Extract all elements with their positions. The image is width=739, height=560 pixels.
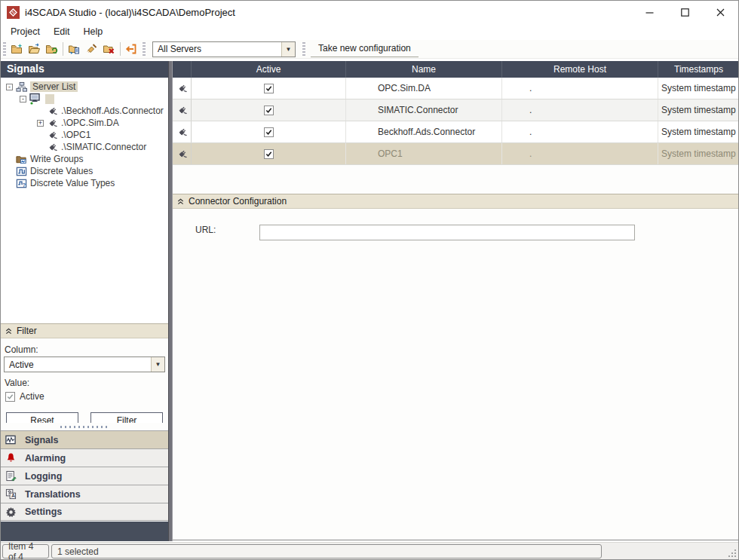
connector-plug-icon bbox=[173, 143, 192, 164]
close-button[interactable] bbox=[703, 1, 738, 23]
minimize-button[interactable] bbox=[632, 1, 667, 23]
cell-remote-host: . bbox=[502, 78, 658, 99]
tree-item-connector[interactable]: .\OPC1 bbox=[1, 129, 168, 141]
tree-item-label: Discrete Values bbox=[30, 166, 93, 176]
gear-icon bbox=[5, 506, 17, 518]
connector-plug-icon bbox=[173, 99, 192, 121]
tree-item-discrete-value-types[interactable]: ? Discrete Value Types bbox=[1, 177, 168, 189]
active-checkbox[interactable] bbox=[264, 127, 274, 137]
open-project-icon[interactable] bbox=[26, 41, 43, 57]
expand-icon[interactable]: + bbox=[37, 120, 44, 127]
connector-plug-icon bbox=[173, 121, 192, 142]
panel-filler bbox=[1, 522, 168, 541]
active-checkbox[interactable] bbox=[264, 106, 274, 115]
tree-item-label: .\OPC1 bbox=[61, 130, 90, 140]
column-label: Column: bbox=[5, 344, 165, 355]
save-project-icon[interactable] bbox=[43, 41, 60, 57]
tree-item-discrete-values[interactable]: Discrete Values bbox=[1, 165, 168, 177]
tree-item-label: .\Beckhoff.Ads.Connector bbox=[61, 106, 164, 116]
menu-project[interactable]: Project bbox=[4, 24, 47, 39]
column-filter-value: Active bbox=[5, 360, 151, 370]
connector-plug-icon bbox=[46, 117, 58, 129]
collapse-chevrons-icon bbox=[177, 198, 184, 205]
table-row[interactable]: SIMATIC.Connector . System timestamp bbox=[173, 99, 739, 121]
tree-item-connector[interactable]: .\SIMATIC.Connector bbox=[1, 141, 168, 153]
toolbar: All Servers ▼ Take new configuration bbox=[1, 40, 738, 59]
export-device-icon[interactable] bbox=[66, 41, 83, 57]
nav-item-settings[interactable]: Settings bbox=[1, 503, 168, 521]
tree-item-label: Server List bbox=[30, 81, 78, 92]
column-filter-combobox[interactable]: Active ▼ bbox=[4, 357, 165, 372]
panel-title: Signals bbox=[1, 61, 168, 78]
cell-name: SIMATIC.Connector bbox=[346, 99, 502, 121]
resize-grip[interactable] bbox=[727, 548, 737, 558]
nav-item-translations[interactable]: A Translations bbox=[1, 485, 168, 503]
table-row[interactable]: OPC.Sim.DA . System timestamp bbox=[173, 78, 739, 99]
panel-splitter[interactable] bbox=[1, 423, 168, 430]
active-checkbox[interactable] bbox=[264, 149, 274, 159]
tree-item-server-node[interactable]: - bbox=[1, 93, 168, 105]
url-input[interactable] bbox=[259, 225, 635, 240]
table-row[interactable]: Beckhoff.Ads.Connector . System timestam… bbox=[173, 121, 739, 143]
table-header: Active Name Remote Host Timestamps bbox=[173, 61, 739, 78]
clean-icon[interactable] bbox=[83, 41, 100, 57]
connector-plug-icon bbox=[46, 105, 58, 117]
window-title: i4SCADA Studio - (local)\i4SCADA\DemoPro… bbox=[25, 7, 235, 18]
chevron-down-icon[interactable]: ▼ bbox=[151, 357, 164, 372]
server-selector-combobox[interactable]: All Servers ▼ bbox=[152, 41, 296, 57]
tree-item-write-groups[interactable]: Write Groups bbox=[1, 153, 168, 165]
nav-item-alarming[interactable]: Alarming bbox=[1, 448, 168, 467]
nav-item-signals[interactable]: Signals bbox=[1, 430, 168, 448]
signals-panel: Signals - Server List - bbox=[1, 61, 168, 541]
take-configuration-icon[interactable] bbox=[123, 41, 140, 57]
new-project-icon[interactable] bbox=[8, 41, 26, 57]
svg-text:A: A bbox=[11, 493, 15, 498]
discrete-value-types-icon: ? bbox=[15, 177, 27, 189]
connector-configuration-header[interactable]: Connector Configuration bbox=[173, 194, 739, 209]
status-item-count: Item 4 of 4 bbox=[2, 544, 49, 558]
server-tree: - Server List - .\Beckhoff.Ads.Connector bbox=[1, 78, 168, 321]
nav-item-logging[interactable]: Logging bbox=[1, 467, 168, 485]
maximize-button[interactable] bbox=[667, 1, 703, 23]
take-new-configuration-button[interactable]: Take new configuration bbox=[311, 41, 419, 57]
tree-item-label: .\OPC.Sim.DA bbox=[61, 118, 119, 128]
tree-item-label bbox=[45, 94, 54, 104]
cell-timestamps: System timestamp bbox=[658, 121, 739, 142]
discrete-values-icon bbox=[15, 165, 27, 177]
connectors-panel: Active Name Remote Host Timestamps OPC.S… bbox=[173, 61, 739, 540]
filter-section-header[interactable]: Filter bbox=[1, 323, 168, 338]
server-selector-value: All Servers bbox=[153, 44, 281, 54]
toolbar-separator bbox=[120, 42, 121, 56]
column-header-name[interactable]: Name bbox=[346, 61, 502, 78]
connector-plug-icon bbox=[173, 78, 192, 99]
collapse-expander-icon[interactable]: - bbox=[20, 96, 26, 103]
column-header-timestamps[interactable]: Timestamps bbox=[658, 61, 739, 78]
translate-icon: A bbox=[5, 488, 17, 500]
app-logo-icon bbox=[7, 6, 20, 19]
connector-configuration-body: URL: Save Cancel bbox=[173, 209, 739, 540]
active-filter-checkbox-label: Active bbox=[20, 391, 44, 402]
bell-icon bbox=[5, 452, 17, 464]
app-window: i4SCADA Studio - (local)\i4SCADA\DemoPro… bbox=[0, 0, 739, 560]
chevron-down-icon[interactable]: ▼ bbox=[281, 42, 295, 57]
column-header-remote-host[interactable]: Remote Host bbox=[502, 61, 658, 78]
column-header-active[interactable]: Active bbox=[192, 61, 346, 78]
tree-item-connector[interactable]: .\Beckhoff.Ads.Connector bbox=[1, 105, 168, 117]
tree-item-label: .\SIMATIC.Connector bbox=[61, 142, 146, 152]
tree-item-server-list[interactable]: - Server List bbox=[1, 81, 168, 93]
delete-project-icon[interactable] bbox=[100, 41, 118, 57]
table-row-selected[interactable]: OPC1 . System timestamp bbox=[173, 143, 739, 165]
server-list-icon bbox=[15, 81, 27, 93]
menu-edit[interactable]: Edit bbox=[47, 24, 77, 39]
module-navigation: Signals Alarming Logging A Translations bbox=[1, 430, 168, 521]
menu-help[interactable]: Help bbox=[76, 24, 109, 39]
toolbar-grip bbox=[3, 42, 6, 56]
active-filter-checkbox[interactable] bbox=[5, 392, 15, 402]
collapse-expander-icon[interactable]: - bbox=[6, 84, 13, 90]
filter-section-title: Filter bbox=[17, 326, 37, 336]
active-checkbox[interactable] bbox=[264, 84, 274, 93]
log-document-icon bbox=[5, 470, 17, 482]
tree-item-label: Write Groups bbox=[30, 154, 83, 164]
tree-item-connector[interactable]: + .\OPC.Sim.DA bbox=[1, 117, 168, 129]
toolbar-grip bbox=[143, 42, 146, 56]
